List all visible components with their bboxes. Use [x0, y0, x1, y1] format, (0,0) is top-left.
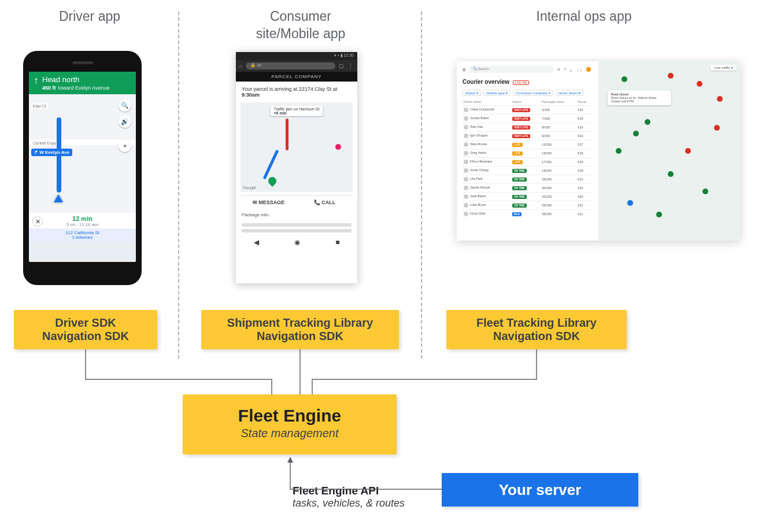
table-row[interactable]: José BalvinON TIME42/150520: [463, 193, 593, 201]
next-stop: 112 California St 3 deliveries: [29, 228, 136, 241]
filter-chip[interactable]: Status ▾: [463, 90, 481, 96]
recenter-icon[interactable]: ⌖: [119, 139, 131, 152]
placeholder-line: [242, 229, 352, 232]
table-row[interactable]: Lila ParkON TIME35/150512: [463, 175, 593, 184]
notifications-icon[interactable]: △: [569, 68, 572, 72]
table-row[interactable]: Divya DharIDLE56/150511: [463, 210, 593, 219]
api-l1: Fleet Engine API: [293, 485, 405, 497]
ops-sdk-box: Fleet Tracking Library Navigation SDK: [446, 310, 627, 349]
current-location-icon: [54, 194, 63, 202]
table-row[interactable]: Luke BryanON TIME55/150521: [463, 201, 593, 210]
live-traffic-toggle[interactable]: Live traffic ●: [711, 65, 737, 71]
action-bar: ✉ MESSAGE 📞 CALL: [241, 195, 353, 209]
home-icon[interactable]: ◉: [294, 238, 300, 246]
table-row[interactable]: Jamila WoodsON TIME40/150522: [463, 184, 593, 193]
driver-map: Central Expy Elan Ct ↱ W Evelyn Ave 🔍 🔊 …: [29, 94, 136, 213]
help-icon[interactable]: ?: [564, 68, 566, 71]
driver-title: Driver app: [6, 8, 173, 25]
live-badge: LIVE 345: [513, 80, 530, 85]
eta-detail: 5 mi · 11:16 am: [29, 222, 136, 227]
filter-chip[interactable]: Hours driven ▾: [556, 90, 584, 96]
ops-title: Courier overview: [463, 79, 509, 85]
avatar[interactable]: [586, 67, 591, 72]
msg-prefix: Your parcel is arriving at 22174 Clay St…: [242, 86, 337, 92]
nav-banner: ↑ Head north 450 ft toward Evelyn Avenue: [29, 72, 136, 94]
marker-green-icon: [668, 171, 674, 177]
status-time: 12:30: [343, 53, 354, 57]
apps-icon[interactable]: ⋮⋮: [576, 68, 583, 72]
brand-bar: PARCEL COMPANY: [236, 72, 357, 82]
route-blue-segment: [263, 150, 279, 180]
nav-distance: 450 ft: [42, 85, 56, 91]
hamburger-icon[interactable]: ≡: [463, 66, 466, 73]
marker-red-icon: [685, 148, 691, 154]
engine-subtitle: State management: [183, 427, 397, 440]
traffic-red-segment: [286, 119, 288, 150]
search-icon[interactable]: 🔍: [119, 99, 131, 112]
filter-chip[interactable]: Contractor Company ▾: [513, 90, 553, 96]
ops-map: Live traffic ● Road closed Road closure …: [598, 61, 740, 241]
marker-red-icon: [668, 73, 674, 79]
table-row[interactable]: Dhruv BanerjeeLATE17/150516: [463, 158, 593, 167]
turn-chip: ↱ W Evelyn Ave: [31, 149, 72, 156]
nav-instruction: Head north: [42, 75, 109, 84]
more-icon[interactable]: ⋮: [347, 62, 354, 70]
package-info-label: Package info:: [236, 209, 357, 221]
recents-icon[interactable]: ■: [335, 238, 339, 246]
consumer-sdk-l2: Navigation SDK: [257, 330, 343, 343]
divider-1: [178, 12, 179, 359]
url-field[interactable]: 🔒 url: [246, 62, 335, 69]
eta-time: 12 min: [29, 215, 136, 222]
android-navbar: ◀ ◉ ■: [236, 235, 357, 250]
table-row[interactable]: Skip AhumeLATE13/150517: [463, 141, 593, 149]
fleet-engine-box: Fleet Engine State management: [183, 394, 397, 455]
call-button[interactable]: 📞 CALL: [297, 196, 353, 209]
message-icon: ✉: [253, 200, 259, 205]
table-row[interactable]: Jordan BakerVERY LATE7/150519: [463, 114, 593, 123]
table-row[interactable]: Annie ChangON TIME19/150518: [463, 167, 593, 175]
close-icon[interactable]: ✕: [32, 216, 43, 227]
ops-left-panel: ≡ 🔍 Search ✕ ? △ ⋮⋮ Courier overview LIV…: [457, 61, 598, 241]
filter-row: Status ▾Vehicle type ▾Contractor Company…: [463, 90, 593, 96]
driver-screen: ↑ Head north 450 ft toward Evelyn Avenue…: [29, 72, 136, 262]
marker-green-icon: [633, 131, 639, 136]
map-info-body: Road closure on Av. Valentín Alsina Clos…: [611, 96, 656, 103]
sound-icon[interactable]: 🔊: [119, 115, 131, 128]
close-icon[interactable]: ✕: [557, 67, 561, 72]
table-header: Status: [511, 98, 541, 106]
marker-green-icon: [616, 148, 622, 154]
home-icon[interactable]: ⌂: [239, 63, 242, 69]
column-header-driver: Driver app: [6, 8, 173, 25]
table-row[interactable]: Sam DasVERY LATE8/150513: [463, 123, 593, 132]
msg-time: 9:30am: [242, 92, 260, 98]
your-server-box: Your server: [442, 473, 638, 507]
filter-chip[interactable]: Vehicle type ▾: [483, 90, 511, 96]
tabs-icon[interactable]: ▢: [339, 63, 344, 69]
message-button[interactable]: ✉ MESSAGE: [241, 196, 297, 209]
table-row[interactable]: Greg HatchLATE15/150519: [463, 149, 593, 158]
nav-toward: toward Evelyn Avenue: [58, 85, 110, 91]
street-label-elan: Elan Ct: [31, 104, 48, 109]
url-text: url: [257, 63, 261, 67]
arrow-up-icon: ↑: [34, 75, 39, 86]
consumer-sdk-l1: Shipment Tracking Library: [227, 316, 373, 330]
ops-sdk-l2: Navigation SDK: [493, 330, 580, 343]
table-row[interactable]: Igor ZhogoloVERY LATE9/150514: [463, 132, 593, 141]
arrival-message: Your parcel is arriving at 22174 Clay St…: [236, 82, 357, 102]
consumer-phone-mockup: ▾ ▪ ▮ 12:30 ⌂ 🔒 url ▢ ⋮ PARCEL COMPANY Y…: [236, 52, 357, 283]
table-row[interactable]: Claire DuckworthVERY LATE5/150523: [463, 106, 593, 114]
table-header: Route: [576, 98, 593, 106]
message-label: MESSAGE: [258, 200, 284, 205]
search-input[interactable]: 🔍 Search: [469, 66, 553, 73]
fleet-engine-api-label: Fleet Engine API tasks, vehicles, & rout…: [293, 485, 405, 509]
table-header: Driver name: [463, 98, 511, 106]
driver-sdk-box: Driver SDK Navigation SDK: [14, 310, 157, 349]
marker-green-icon: [645, 119, 650, 125]
traffic-chip: Traffic jam on Harrison St +6 min: [271, 106, 323, 116]
consumer-sdk-box: Shipment Tracking Library Navigation SDK: [201, 310, 399, 349]
ops-topbar: ≡ 🔍 Search ✕ ? △ ⋮⋮: [463, 66, 593, 73]
driver-sdk-l1: Driver SDK: [55, 316, 116, 330]
back-icon[interactable]: ◀: [254, 238, 259, 246]
column-header-consumer: Consumer site/Mobile app: [202, 8, 399, 43]
traffic-chip-l2: +6 min: [274, 111, 320, 115]
